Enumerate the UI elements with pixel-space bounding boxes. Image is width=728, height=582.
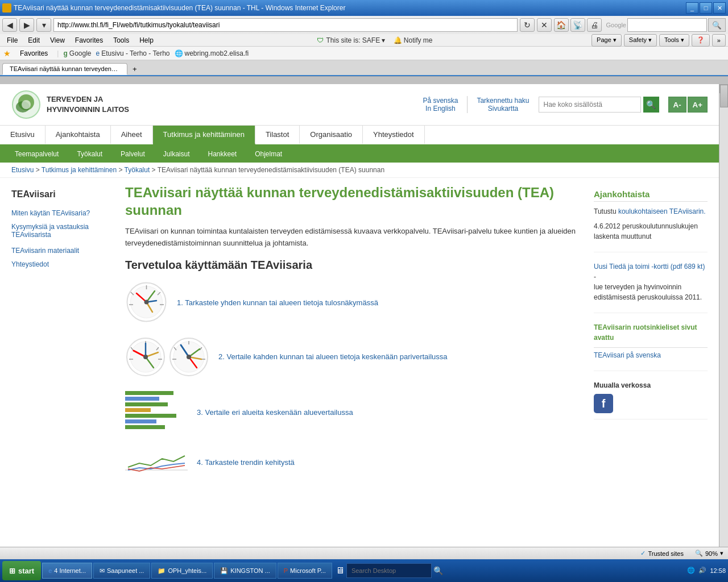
- feature-text-4[interactable]: 4. Tarkastele trendin kehitystä: [197, 458, 295, 467]
- tarkennettu-haku-link[interactable]: Tarkennettu haku: [477, 97, 529, 105]
- sub-nav-hankkeet[interactable]: Hankkeet: [198, 148, 246, 160]
- nav-tab-yhteystiedot[interactable]: Yhteystiedot: [363, 126, 425, 144]
- font-decrease-button[interactable]: A-: [668, 97, 686, 113]
- help-button[interactable]: ❓: [692, 34, 710, 47]
- feature-text-3[interactable]: 3. Vertaile eri alueita keskenään alueve…: [197, 408, 353, 417]
- sidebar-text-2: 4.6.2012 peruskoulutunnuslukujen laskent…: [594, 221, 708, 242]
- nav-tab-aiheet[interactable]: Aiheet: [111, 126, 153, 144]
- right-sidebar-section-2: Uusi Tiedä ja toimi -kortti (pdf 689 kt)…: [594, 261, 708, 313]
- taskbar-item-saapuneet[interactable]: ✉ Saapuneet ...: [93, 563, 150, 579]
- nav-tab-ajankohtaista[interactable]: Ajankohtaista: [46, 126, 111, 144]
- search-go-button[interactable]: 🔍: [708, 18, 726, 32]
- start-button[interactable]: ⊞ start: [2, 561, 41, 580]
- scrollbar-thumb[interactable]: [720, 85, 728, 107]
- rss-button[interactable]: 📡: [570, 18, 585, 32]
- browser-status-bar: ✓ Trusted sites 🔍 90% ▾: [0, 547, 728, 559]
- close-button[interactable]: ✕: [713, 2, 726, 14]
- breadcrumb-tyokalut[interactable]: Työkalut: [125, 166, 150, 174]
- minimize-button[interactable]: _: [686, 2, 698, 14]
- sidebar-link-yhteystiedot[interactable]: Yhteystiedot: [11, 257, 114, 271]
- new-tab-button[interactable]: +: [127, 63, 142, 75]
- back-button[interactable]: ◀: [2, 18, 17, 32]
- fav-google[interactable]: g Google: [63, 49, 91, 57]
- nav-tab-tutkimus[interactable]: Tutkimus ja kehittäminen: [153, 126, 255, 144]
- zoom-dropdown[interactable]: ▾: [720, 550, 723, 557]
- nav-english-link[interactable]: In English: [425, 105, 456, 113]
- main-nav: Etusivu Ajankohtaista Aiheet Tutkimus ja…: [0, 126, 719, 146]
- website: TERVEYDEN JA HYVINVOINNIN LAITOS På sven…: [0, 84, 719, 569]
- notify-label[interactable]: 🔔 Notify me: [394, 36, 433, 44]
- uusi-tiedä-link[interactable]: Uusi Tiedä ja toimi -kortti (pdf 689 kt): [594, 263, 705, 271]
- safe-label[interactable]: This site is: SAFE ▾: [326, 36, 385, 44]
- window-title: TEAviisari näyttää kunnan terveydenedist…: [14, 4, 345, 12]
- favorites-menu[interactable]: Favorites: [71, 36, 107, 45]
- sidebar-link-kysymyksia[interactable]: Kysymyksiä ja vastauksiaTEAviisarista: [11, 220, 114, 242]
- sivukartta-link[interactable]: Sivukartta: [488, 105, 518, 113]
- nav-tab-organisaatio[interactable]: Organisaatio: [300, 126, 363, 144]
- home-button[interactable]: 🏠: [554, 18, 569, 32]
- active-tab[interactable]: TEAviisari näyttää kunnan terveydenedist…: [2, 63, 127, 75]
- nav-tab-etusivu[interactable]: Etusivu: [0, 126, 46, 144]
- expand-button[interactable]: »: [712, 34, 726, 47]
- scrollbar[interactable]: ▲ ▼: [719, 84, 728, 569]
- right-sidebar-section-4: Muualla verkossa f: [594, 380, 708, 419]
- maximize-button[interactable]: □: [700, 2, 712, 14]
- tools-menu[interactable]: Tools: [109, 36, 134, 45]
- edit-menu[interactable]: Edit: [23, 36, 44, 45]
- koulu-link[interactable]: koulukohtaiseen TEAviisarin.: [618, 207, 706, 215]
- title-bar-content: TEAviisari näyttää kunnan terveydenedist…: [2, 3, 345, 13]
- taskbar-item-internet[interactable]: e 4 Internet...: [42, 563, 92, 579]
- fav-etusivu[interactable]: e Etusivu - Terho - Terho: [96, 49, 170, 57]
- view-menu[interactable]: View: [46, 36, 69, 45]
- nav-swedish-link[interactable]: På svenska: [423, 97, 458, 105]
- refresh-button[interactable]: ↻: [520, 18, 535, 32]
- taskbar-item-oph[interactable]: 📁 OPH_yhteis...: [151, 563, 213, 579]
- nav-tab-tilastot[interactable]: Tilastot: [255, 126, 300, 144]
- fav-webring[interactable]: 🌐 webring.mob2.elisa.fi: [175, 49, 249, 57]
- feature-text-1[interactable]: 1. Tarkastele yhden kunnan tai alueen ti…: [177, 298, 378, 307]
- sub-nav-ohjelmat[interactable]: Ohjelmat: [246, 148, 291, 160]
- address-bar[interactable]: [53, 18, 518, 32]
- show-desktop-icon[interactable]: 🖥: [336, 566, 345, 576]
- sidebar-link-miten[interactable]: Miten käytän TEAviisaria?: [11, 206, 114, 220]
- facebook-icon[interactable]: f: [594, 394, 613, 413]
- file-menu[interactable]: File: [2, 36, 22, 45]
- sidebar-link-materiaalit[interactable]: TEAviisarin materiaalit: [11, 244, 114, 257]
- sub-nav-teemapalvelut[interactable]: Teemapalvelut: [6, 148, 68, 160]
- tools-button[interactable]: Tools ▾: [659, 34, 689, 47]
- svenska-link[interactable]: TEAviisari på svenska: [594, 351, 661, 359]
- taskbar-volume-icon: 🔊: [698, 567, 706, 574]
- sub-nav-palvelut[interactable]: Palvelut: [111, 148, 154, 160]
- print-button[interactable]: 🖨: [587, 18, 602, 32]
- fav-google-label: Google: [69, 49, 92, 57]
- page-button[interactable]: Page ▾: [592, 34, 622, 47]
- favorites-label[interactable]: Favorites: [15, 49, 52, 58]
- forward-button[interactable]: ▶: [19, 18, 34, 32]
- search-desktop-input[interactable]: [346, 563, 432, 578]
- stop-button[interactable]: ✕: [537, 18, 552, 32]
- feature-text-2[interactable]: 2. Vertaile kahden kunnan tai alueen tie…: [218, 352, 448, 361]
- thl-search-input[interactable]: [539, 97, 641, 113]
- kingston-icon: 💾: [220, 567, 228, 575]
- breadcrumb-tutkimus[interactable]: Tutkimus ja kehittäminen: [42, 166, 117, 174]
- window-controls[interactable]: _ □ ✕: [686, 2, 726, 14]
- sub-nav-tyokalut[interactable]: Työkalut: [68, 148, 111, 160]
- help-menu[interactable]: Help: [135, 36, 158, 45]
- ruotsinkieliset-title: TEAviisarin ruotsinkieliset sivut avattu: [594, 322, 708, 343]
- dropdown-button[interactable]: ▾: [36, 18, 51, 32]
- trend-chart: [125, 447, 188, 477]
- safety-button[interactable]: Safety ▾: [624, 34, 657, 47]
- taskbar-item-kingston[interactable]: 💾 KINGSTON ...: [214, 563, 276, 579]
- nav-icons: 🏠 📡 🖨: [554, 18, 604, 32]
- search-input[interactable]: [627, 18, 707, 32]
- font-increase-button[interactable]: A+: [688, 97, 708, 113]
- page-intro: TEAviisari on kunnan toimintaa kuntalais…: [125, 226, 582, 250]
- sub-nav-julkaisut[interactable]: Julkaisut: [154, 148, 199, 160]
- right-sidebar: Ajankohtaista Tutustu koulukohtaiseen TE…: [594, 184, 708, 489]
- thl-search-button[interactable]: 🔍: [643, 97, 659, 113]
- taskbar-item-microsoft[interactable]: P Microsoft P...: [278, 563, 332, 579]
- thl-header-right: På svenska In English Tarkennettu haku S…: [423, 96, 708, 113]
- bar-chart: [125, 389, 188, 436]
- divider: [467, 96, 468, 113]
- breadcrumb-etusivu[interactable]: Etusivu: [11, 166, 34, 174]
